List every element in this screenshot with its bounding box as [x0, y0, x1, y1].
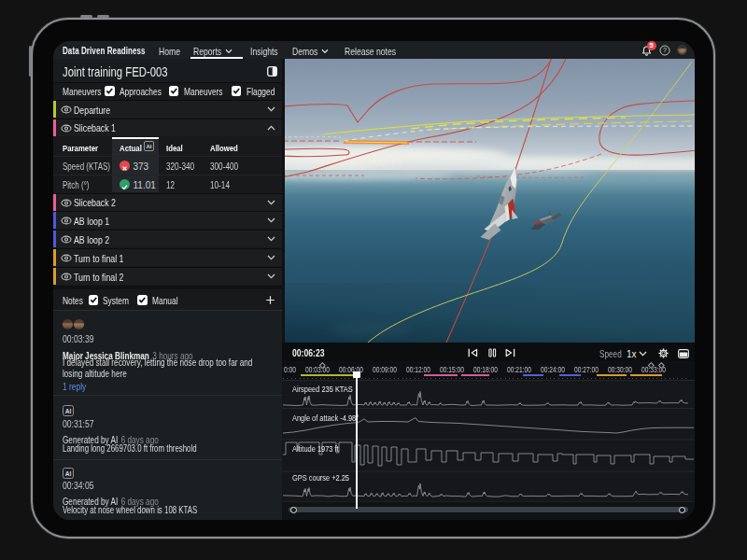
svg-text:?: ?	[663, 47, 667, 53]
